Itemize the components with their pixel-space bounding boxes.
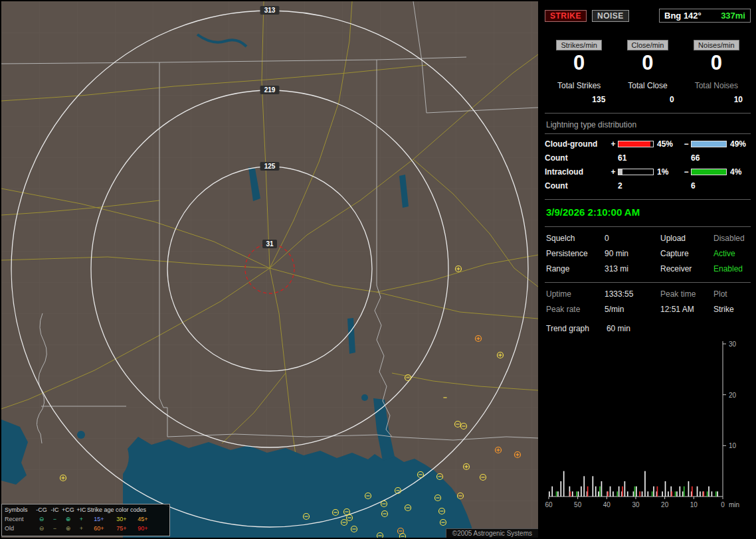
legend-cell: Symbols: [5, 506, 34, 515]
info-cell: Plot: [713, 289, 751, 299]
svg-text:125: 125: [264, 163, 276, 170]
svg-text:min: min: [729, 501, 739, 508]
legend-cell: ⊖: [34, 515, 49, 524]
ring-label-219: 219: [260, 86, 280, 94]
legend-cell: -CG: [34, 506, 49, 515]
total-value: 10: [734, 95, 751, 104]
info-cell: 12:51 AM: [660, 305, 713, 314]
distribution-bar: [691, 141, 727, 147]
strike-button[interactable]: STRIKE: [545, 10, 587, 22]
count-row: Count6166: [545, 153, 751, 163]
status-grid: Squelch0UploadDisabledPersistence90 minC…: [545, 234, 751, 273]
ring-label-31: 31: [262, 240, 277, 248]
info-cell: Active: [713, 249, 751, 258]
info-cell: Uptime: [546, 289, 605, 299]
ring-label-313: 313: [260, 6, 280, 15]
legend-cell: +: [76, 515, 87, 524]
trend-chart: 3020106050403020100min: [545, 337, 751, 511]
svg-text:60: 60: [545, 501, 553, 508]
distribution-section: Cloud-ground+45%−49%Count6166Intracloud+…: [545, 139, 751, 191]
total-value: 0: [670, 95, 682, 104]
svg-text:30: 30: [632, 501, 640, 508]
rate-column: Strikes/min0Total Strikes135: [545, 40, 613, 104]
svg-text:31: 31: [266, 240, 274, 248]
legend-cell: 75+: [111, 524, 132, 534]
info-cell: Upload: [660, 234, 713, 243]
info-cell: Squelch: [546, 234, 605, 243]
legend-cell: −: [49, 515, 60, 524]
map-canvas[interactable]: 31321912531: [1, 1, 538, 538]
info-cell: Range: [546, 264, 605, 273]
info-cell: Peak time: [660, 289, 713, 299]
trend-title: Trend graph: [546, 324, 589, 333]
rate-value: 0: [642, 52, 653, 74]
info-cell: Disabled: [713, 234, 751, 243]
status-panel: STRIKE NOISE Bng 142° 337mi Strikes/min0…: [539, 0, 756, 539]
svg-text:10: 10: [729, 442, 737, 449]
legend-cell: ⊕: [60, 515, 76, 524]
separator: [545, 226, 751, 227]
ring-label-125: 125: [260, 162, 280, 171]
lightning-map[interactable]: 31321912531 Symbols-CG-IC+CG+ICStrike ag…: [1, 1, 538, 538]
rate-chip[interactable]: Strikes/min: [556, 40, 601, 50]
info-cell: Persistence: [546, 249, 605, 258]
legend-cell: +: [76, 524, 87, 534]
svg-text:20: 20: [729, 391, 737, 398]
total-value: 135: [592, 95, 613, 104]
info-cell: Strike: [713, 305, 751, 314]
map-legend: Symbols-CG-IC+CG+ICStrike age color code…: [1, 504, 170, 536]
svg-text:0: 0: [721, 501, 725, 508]
legend-cell: +CG: [60, 506, 76, 515]
distribution-row: Cloud-ground+45%−49%: [545, 139, 751, 149]
distribution-bar: [618, 141, 654, 147]
info-cell: 5/min: [605, 305, 660, 314]
info-cell: 1333:55: [605, 289, 660, 299]
legend-cell: 30+: [111, 515, 132, 524]
total-label: Total Noises: [695, 81, 738, 90]
distribution-title: Lightning type distribution: [545, 120, 751, 129]
legend-cell: −: [49, 524, 60, 534]
trend-window: 60 min: [607, 324, 630, 333]
bearing-label: Bng 142°: [664, 11, 702, 21]
separator: [545, 113, 751, 114]
noise-button[interactable]: NOISE: [592, 10, 629, 22]
rate-chip[interactable]: Noises/min: [694, 40, 739, 50]
info-cell: 313 mi: [605, 264, 660, 273]
svg-text:20: 20: [661, 501, 669, 508]
rate-column: Close/min0Total Close0: [613, 40, 682, 104]
uptime-grid: Uptime1333:55Peak timePlotPeak rate5/min…: [545, 289, 751, 314]
legend-cell: 45+: [132, 515, 153, 524]
rate-column: Noises/min0Total Noises10: [682, 40, 751, 104]
bearing-readout: Bng 142° 337mi: [659, 9, 751, 23]
trend-graph-label: Trend graph 60 min: [545, 314, 751, 335]
legend-cell: Old: [5, 524, 34, 534]
distribution-bar: [691, 169, 727, 175]
rate-value: 0: [573, 52, 585, 74]
info-cell: 0: [605, 234, 660, 243]
legend-cell: ⊖: [34, 524, 49, 534]
svg-text:313: 313: [264, 7, 276, 14]
rate-chip[interactable]: Close/min: [627, 40, 669, 50]
rate-value: 0: [711, 52, 722, 74]
info-cell: Enabled: [713, 264, 751, 273]
separator: [545, 199, 751, 200]
svg-text:10: 10: [690, 501, 698, 508]
legend-cell: 15+: [87, 515, 111, 524]
total-label: Total Strikes: [557, 81, 601, 90]
separator: [545, 133, 751, 134]
legend-cell: Recent: [5, 515, 34, 524]
svg-text:40: 40: [603, 501, 611, 508]
svg-text:50: 50: [574, 501, 582, 508]
info-cell: Peak rate: [546, 305, 605, 314]
rates-section: Strikes/min0Total Strikes135Close/min0To…: [545, 40, 751, 104]
nexstorm-window: 31321912531 Symbols-CG-IC+CG+ICStrike ag…: [0, 0, 756, 539]
svg-text:30: 30: [729, 341, 737, 348]
distribution-row: Intracloud+1%−4%: [545, 167, 751, 177]
legend-cell: +IC: [76, 506, 87, 515]
distribution-bar: [618, 169, 654, 175]
legend-cell: Strike age color codes: [87, 506, 153, 515]
copyright: ©2005 Astrogenic Systems: [446, 528, 538, 538]
mode-row: STRIKE NOISE Bng 142° 337mi: [545, 9, 751, 23]
svg-text:219: 219: [264, 86, 276, 94]
legend-cell: 60+: [87, 524, 111, 534]
